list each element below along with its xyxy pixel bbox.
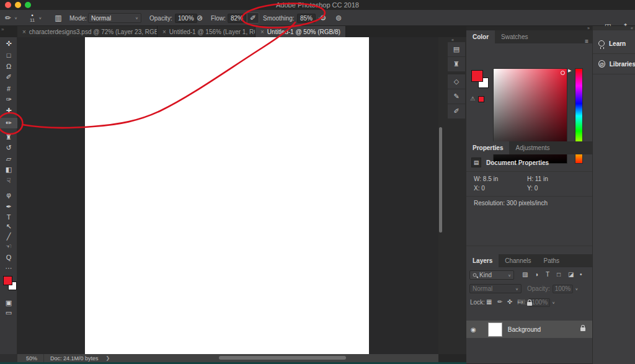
foreground-color-tool-swatch[interactable] xyxy=(3,276,12,285)
healing-brush-tool[interactable]: ✚ xyxy=(0,105,17,116)
layer-thumbnail[interactable] xyxy=(488,322,502,337)
document-tab[interactable]: ×Untitled-1 @ 50% (RGB/8) xyxy=(255,26,346,37)
document-tab[interactable]: ×characterdesigns3.psd @ 72% (Layer 23, … xyxy=(17,26,158,37)
shape-tool[interactable]: ╱ xyxy=(0,231,17,242)
layer-opacity-value[interactable]: 100% xyxy=(553,285,574,293)
tab-close-icon[interactable]: × xyxy=(162,29,166,35)
brush-settings-panel-button[interactable]: ▤ xyxy=(448,42,465,57)
layer-row-background[interactable]: ◉ Background xyxy=(466,321,592,338)
layer-filter-select[interactable]: Kind ∨ xyxy=(469,270,514,280)
lock-all-icon[interactable] xyxy=(527,298,532,305)
zoom-tool[interactable]: Q xyxy=(0,252,17,262)
tab-color[interactable]: Color xyxy=(466,30,495,43)
resolution-readout: Resolution: 300 pixels/inch xyxy=(466,200,592,206)
lock-transparent-icon[interactable]: ▦ xyxy=(486,298,492,305)
canvas-pasteboard[interactable] xyxy=(17,37,438,354)
marquee-tool[interactable]: □ xyxy=(0,50,17,60)
document-canvas[interactable] xyxy=(85,37,369,354)
smoothing-pressure-button[interactable]: ⊚ xyxy=(332,12,345,24)
layer-visibility-eye-icon[interactable]: ◉ xyxy=(471,326,476,333)
opacity-pressure-button[interactable]: ⊘ xyxy=(193,12,206,24)
layer-blend-mode-select[interactable]: Normal∨ xyxy=(469,284,522,293)
vertical-scrollbar-thumb[interactable] xyxy=(439,127,442,233)
brushes-panel-button[interactable]: ✐ xyxy=(448,104,465,119)
toggle-brush-panel-button[interactable]: ▥ xyxy=(52,12,64,24)
path-selection-tool[interactable]: ↖ xyxy=(0,221,17,232)
tab-layers[interactable]: Layers xyxy=(466,254,499,267)
blend-mode-select[interactable]: Normal ∨ xyxy=(88,13,141,23)
clone-source-panel-button[interactable]: ♜ xyxy=(448,57,465,72)
toolbar-collapse-icon[interactable]: » xyxy=(1,27,4,32)
brush-tool[interactable]: ✏ xyxy=(0,118,17,128)
tab-adjustments[interactable]: Adjustments xyxy=(509,141,556,154)
shape-filter-icon[interactable]: □ xyxy=(557,271,561,278)
lock-paint-icon[interactable]: ✏ xyxy=(497,298,502,305)
status-chevron-icon[interactable]: ❯ xyxy=(106,355,110,361)
lasso-tool[interactable]: Ω xyxy=(0,61,17,71)
type-tool[interactable]: T xyxy=(0,211,17,222)
screen-mode-button[interactable]: ▭ xyxy=(0,308,17,318)
brush-size-picker[interactable]: • 11 ∨ xyxy=(30,10,42,26)
blend-mode-value: Normal xyxy=(91,15,111,22)
learn-panel-button[interactable]: Learn xyxy=(593,33,635,54)
tab-paths[interactable]: Paths xyxy=(538,254,566,267)
vertical-scrollbar[interactable] xyxy=(438,37,443,354)
airbrush-button[interactable]: ✐ xyxy=(247,12,259,24)
smoothing-options-gear-icon[interactable]: ⚙ xyxy=(317,12,329,24)
tab-close-icon[interactable]: × xyxy=(22,29,26,35)
pixel-filter-icon[interactable]: ▨ xyxy=(522,271,528,278)
gamut-warning-swatch[interactable] xyxy=(478,96,484,102)
dock-collapse-strip[interactable]: « xyxy=(593,26,635,30)
horizontal-scrollbar-thumb[interactable] xyxy=(219,356,346,360)
flow-value[interactable]: 82% xyxy=(228,14,246,23)
hue-slider-pointer[interactable]: ▶ xyxy=(568,68,571,73)
tool-preset-picker[interactable]: ✏ ∨ xyxy=(5,10,17,26)
history-brush-tool[interactable]: ↺ xyxy=(0,143,17,153)
foreground-color-swatch[interactable] xyxy=(471,70,483,82)
tab-swatches[interactable]: Swatches xyxy=(495,30,534,43)
panel-column: » Color Swatches ≡ ⚠ ▶ Properties Adjust… xyxy=(466,26,592,364)
dock-collapse-icon[interactable]: « xyxy=(451,38,454,42)
quick-selection-tool[interactable]: ✐ xyxy=(0,72,17,82)
tab-close-icon[interactable]: × xyxy=(260,29,264,35)
hand-tool[interactable]: ☜ xyxy=(0,241,17,252)
dodge-tool[interactable]: φ xyxy=(0,189,17,200)
tab-channels[interactable]: Channels xyxy=(499,254,537,267)
flow-label: Flow: xyxy=(211,15,226,22)
mode-label-wrap: Mode: xyxy=(69,10,87,26)
tab-properties[interactable]: Properties xyxy=(466,141,509,154)
crop-tool[interactable]: # xyxy=(0,83,17,94)
filter-dot-icon[interactable]: • xyxy=(580,271,582,278)
gradient-tool[interactable]: ◧ xyxy=(0,164,17,175)
type-filter-icon[interactable]: T xyxy=(546,271,549,278)
doc-size-readout: Doc: 24.1M/0 bytes xyxy=(50,355,99,362)
clone-stamp-tool[interactable]: ♜ xyxy=(0,132,17,143)
move-tool[interactable]: ✜ xyxy=(0,38,17,49)
pen-tool[interactable]: ✒ xyxy=(0,202,17,212)
edit-toolbar[interactable]: ⋯ xyxy=(0,263,17,273)
smoothing-value[interactable]: 85% xyxy=(297,14,316,23)
eraser-tool[interactable]: ▱ xyxy=(0,154,17,164)
document-tab[interactable]: ×Untitled-1 @ 156% (Layer 1, RGB/8) * xyxy=(158,26,255,37)
chevron-down-icon: ∨ xyxy=(38,16,42,20)
eyedropper-tool[interactable]: ✑ xyxy=(0,94,17,105)
libraries-panel-button[interactable]: @ Libraries xyxy=(593,54,635,74)
zoom-level-field[interactable]: 50% xyxy=(26,355,37,362)
smoothing-label: Smoothing: xyxy=(263,15,295,22)
adjustment-filter-icon[interactable]: ◑ xyxy=(535,271,538,278)
panel-menu-icon[interactable]: ≡ xyxy=(585,38,588,45)
tab-bar: » ×characterdesigns3.psd @ 72% (Layer 23… xyxy=(0,26,466,37)
color-picker-ring[interactable] xyxy=(561,71,565,75)
tool-presets-panel-button[interactable]: ✎ xyxy=(448,89,465,104)
lock-artboard-icon[interactable]: ▭ xyxy=(517,298,523,305)
fill-value[interactable]: 100% xyxy=(529,298,550,307)
lock-label: Lock: xyxy=(470,299,485,306)
smart-object-filter-icon[interactable]: ◪ xyxy=(568,271,574,278)
quick-mask-button[interactable]: ▣ xyxy=(0,298,17,308)
layer-name[interactable]: Background xyxy=(508,326,541,333)
mode-label: Mode: xyxy=(69,15,87,22)
3d-panel-button[interactable]: ◇ xyxy=(448,74,465,89)
smudge-tool[interactable]: ☟ xyxy=(0,175,17,186)
panel-collapse-strip[interactable]: » xyxy=(466,26,592,30)
lock-move-icon[interactable]: ✜ xyxy=(507,298,512,305)
